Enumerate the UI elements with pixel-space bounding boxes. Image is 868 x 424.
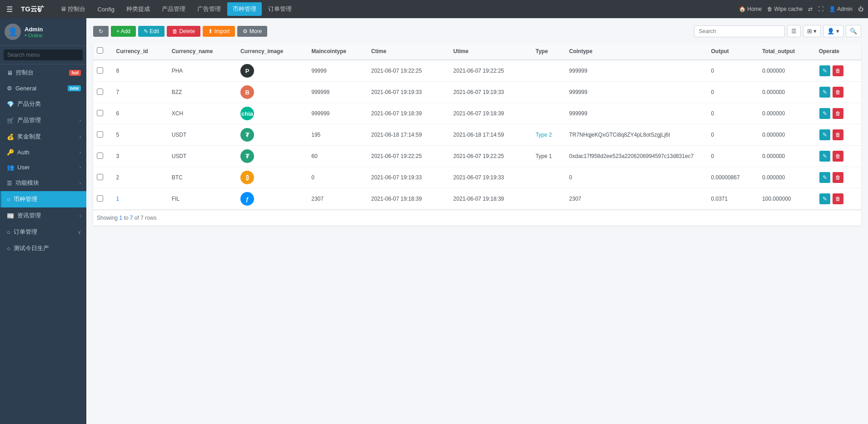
row-output: 0 — [707, 124, 758, 146]
edit-row-button[interactable]: ✎ — [819, 129, 830, 140]
edit-row-button[interactable]: ✎ — [819, 108, 830, 119]
sidebar-item-product-category[interactable]: 💎 产品分类 — [0, 96, 86, 112]
sidebar-status: Online — [25, 33, 43, 38]
col-ctime: Ctime — [368, 43, 450, 60]
edit-row-button[interactable]: ✎ — [819, 151, 830, 162]
sidebar-item-user[interactable]: 👥 User › — [0, 160, 86, 175]
row-checkbox-cell[interactable] — [93, 124, 113, 146]
row-checkbox-cell[interactable] — [93, 103, 113, 124]
top-nav-menu: 🖥 控制台 Config 种类提成 产品管理 广告管理 币种管理 订单管理 — [55, 2, 297, 16]
row-checkbox[interactable] — [97, 110, 103, 116]
view-grid-button[interactable]: ⊞ ▾ — [803, 25, 821, 37]
currency-table-container: Currency_id Currency_name Currency_image… — [93, 43, 861, 226]
import-button[interactable]: ⬆ Import — [203, 26, 235, 37]
delete-row-button[interactable]: 🗑 — [833, 108, 843, 119]
row-ctime: 2021-06-07 19:22:25 — [368, 60, 450, 82]
user-filter-button[interactable]: 👤 ▾ — [823, 25, 843, 37]
row-ctime: 2021-06-07 19:19:33 — [368, 167, 450, 188]
wipe-cache-link[interactable]: 🗑 Wipe cache — [767, 6, 803, 12]
delete-row-button[interactable]: 🗑 — [833, 65, 843, 76]
currency-id-link[interactable]: 1 — [116, 196, 120, 202]
home-link[interactable]: 🏠 Home — [739, 6, 762, 12]
nav-item-currency[interactable]: 币种管理 — [227, 2, 262, 16]
sidebar-item-test-daily[interactable]: ○ 测试今日生产 — [0, 240, 86, 256]
sidebar-item-functions[interactable]: ☰ 功能模块 › — [0, 175, 86, 191]
table-search-input[interactable] — [694, 25, 785, 37]
row-checkbox[interactable] — [97, 89, 103, 95]
sidebar-item-dashboard[interactable]: 🖥 控制台 hot — [0, 64, 86, 81]
delete-button[interactable]: 🗑 Delete — [167, 26, 200, 37]
row-utime: 2021-06-07 19:22:25 — [450, 146, 532, 167]
row-checkbox[interactable] — [97, 174, 103, 180]
view-list-button[interactable]: ☰ — [787, 25, 801, 37]
nav-item-species[interactable]: 种类提成 — [121, 2, 155, 16]
add-button[interactable]: + Add — [111, 26, 136, 37]
more-button[interactable]: ⚙ More — [237, 26, 267, 37]
row-cointype: 0 — [565, 167, 707, 188]
row-checkbox-cell[interactable] — [93, 167, 113, 188]
row-output: 0 — [707, 82, 758, 103]
row-utime: 2021-06-18 17:14:59 — [450, 124, 532, 146]
search-icon-button[interactable]: 🔍 — [846, 25, 861, 37]
edit-button[interactable]: ✎ Edit — [138, 26, 165, 37]
nav-item-ads[interactable]: 广告管理 — [192, 2, 226, 16]
edit-row-button[interactable]: ✎ — [819, 172, 830, 183]
row-checkbox-cell[interactable] — [93, 188, 113, 210]
news-icon: 📰 — [7, 212, 14, 219]
row-ctime: 2021-06-18 17:14:59 — [368, 124, 450, 146]
row-type — [532, 103, 565, 124]
select-all-header[interactable] — [93, 43, 113, 60]
top-nav-left: ☰ TG云矿 🖥 控制台 Config 种类提成 产品管理 广告管理 币种管理 … — [5, 2, 297, 16]
coin-image: B — [240, 85, 254, 99]
sidebar-item-label: User — [17, 164, 30, 171]
sidebar-item-currency-manage[interactable]: ○ 币种管理 — [0, 191, 86, 207]
row-ctime: 2021-06-07 19:18:39 — [368, 188, 450, 210]
admin-profile[interactable]: 👤 Admin — [829, 6, 853, 12]
showing-from: 1 — [119, 215, 122, 221]
row-checkbox-cell[interactable] — [93, 60, 113, 82]
row-type — [532, 60, 565, 82]
edit-row-button[interactable]: ✎ — [819, 65, 830, 76]
row-currency-image: B — [237, 82, 308, 103]
delete-row-button[interactable]: 🗑 — [833, 129, 843, 140]
nav-item-orders[interactable]: 订单管理 — [263, 2, 297, 16]
edit-row-button[interactable]: ✎ — [819, 193, 830, 204]
row-checkbox-cell[interactable] — [93, 146, 113, 167]
sidebar-item-product-manage[interactable]: 🛒 产品管理 › — [0, 112, 86, 128]
row-checkbox-cell[interactable] — [93, 82, 113, 103]
row-checkbox[interactable] — [97, 153, 103, 159]
sidebar-item-label: 产品管理 — [17, 116, 41, 124]
row-maincointype: 99999 — [308, 60, 368, 82]
row-checkbox[interactable] — [97, 195, 103, 202]
refresh-button[interactable]: ↻ — [93, 26, 109, 37]
delete-row-button[interactable]: 🗑 — [833, 193, 843, 204]
row-type: Type 2 — [532, 124, 565, 146]
row-currency-id[interactable]: 1 — [113, 188, 168, 210]
select-all-checkbox[interactable] — [97, 47, 103, 54]
hamburger-button[interactable]: ☰ — [5, 3, 15, 15]
row-checkbox[interactable] — [97, 67, 103, 74]
row-output: 0 — [707, 60, 758, 82]
logout-button[interactable]: ⏻ — [858, 6, 863, 12]
nav-item-products[interactable]: 产品管理 — [156, 2, 191, 16]
type-link[interactable]: Type 2 — [535, 132, 552, 138]
sidebar-item-auth[interactable]: 🔑 Auth › — [0, 145, 86, 160]
row-total-output: 0.000000 — [758, 146, 815, 167]
nav-item-config[interactable]: Config — [92, 3, 120, 15]
sidebar-item-bonus[interactable]: 💰 奖金制度 › — [0, 128, 86, 145]
row-currency-name: XCH — [168, 103, 237, 124]
table-row: 3 USDT ₮ 60 2021-06-07 19:22:25 2021-06-… — [93, 146, 861, 167]
delete-row-button[interactable]: 🗑 — [833, 172, 843, 183]
sidebar-item-news-manage[interactable]: 📰 资讯管理 › — [0, 207, 86, 224]
switch-icon[interactable]: ⇄ — [808, 6, 813, 12]
fullscreen-link[interactable]: ⛶ — [818, 6, 823, 12]
sidebar-item-order-manage[interactable]: ○ 订单管理 ∨ — [0, 224, 86, 240]
delete-row-button[interactable]: 🗑 — [833, 151, 843, 162]
sidebar-search-input[interactable] — [4, 49, 83, 60]
delete-row-button[interactable]: 🗑 — [833, 87, 843, 98]
sidebar-item-general[interactable]: ⚙ General new — [0, 81, 86, 96]
row-operate: ✎ 🗑 — [815, 124, 861, 146]
nav-item-dashboard[interactable]: 🖥 控制台 — [55, 2, 91, 16]
edit-row-button[interactable]: ✎ — [819, 87, 830, 98]
row-checkbox[interactable] — [97, 131, 103, 138]
